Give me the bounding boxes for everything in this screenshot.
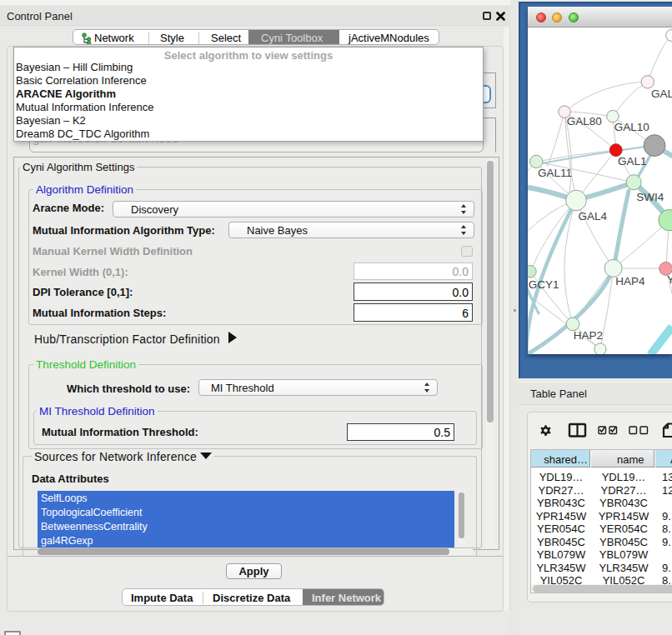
svg-text:GAL80: GAL80 [567, 115, 602, 128]
svg-text:GAL10: GAL10 [614, 121, 649, 133]
svg-text:GAL4: GAL4 [579, 210, 608, 222]
svg-text:HAP4: HAP4 [615, 275, 645, 288]
svg-text:HAP2: HAP2 [574, 329, 603, 342]
svg-text:GAL: GAL [651, 88, 672, 100]
svg-text:SWI4: SWI4 [636, 191, 664, 203]
svg-text:GAL11: GAL11 [538, 167, 572, 179]
svg-text:Y: Y [667, 273, 672, 286]
svg-text:GCY1: GCY1 [529, 278, 559, 291]
svg-text:GAL1: GAL1 [618, 155, 647, 168]
